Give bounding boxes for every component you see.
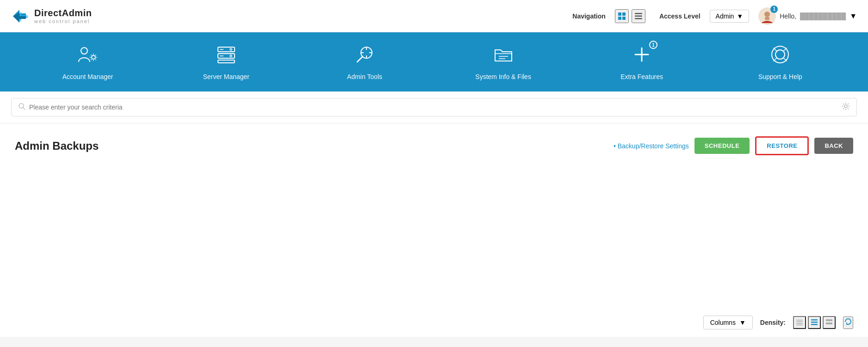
refresh-button[interactable] xyxy=(843,317,853,329)
bottom-toolbar: Columns ▼ Density: xyxy=(0,308,868,337)
lifebuoy-icon xyxy=(769,43,791,66)
logo-subtitle: web control panel xyxy=(34,18,92,24)
blue-nav-bar: Account Manager Server Manager xyxy=(0,32,868,91)
svg-rect-46 xyxy=(811,322,818,323)
navigation-label: Navigation xyxy=(572,12,606,20)
hello-label: Hello, xyxy=(780,12,796,20)
search-bar xyxy=(11,98,857,116)
folder-icon xyxy=(492,43,515,66)
list-icon xyxy=(634,12,643,21)
svg-point-14 xyxy=(92,55,95,59)
extra-features-badge: 1 xyxy=(649,41,657,49)
navigation-view-toggles xyxy=(615,9,645,23)
section-actions: Backup/Restore Settings SCHEDULE RESTORE… xyxy=(614,136,853,155)
nav-item-system-info[interactable]: System Info & Files xyxy=(475,43,531,80)
notification-badge: 1 xyxy=(770,6,778,13)
columns-dropdown[interactable]: Columns ▼ xyxy=(703,316,753,329)
user-chevron-icon: ▼ xyxy=(849,12,857,20)
extra-features-label: Extra Features xyxy=(620,73,663,80)
server-icon xyxy=(215,43,237,66)
access-level-value: Admin xyxy=(716,12,734,20)
nav-item-extra-features[interactable]: 1 Extra Features xyxy=(614,43,670,80)
system-info-label: System Info & Files xyxy=(475,73,531,80)
back-button[interactable]: BACK xyxy=(814,138,853,154)
columns-chevron-icon: ▼ xyxy=(739,319,746,326)
logo-text: DirectAdmin web control panel xyxy=(34,8,92,24)
svg-rect-8 xyxy=(635,15,642,17)
svg-rect-3 xyxy=(618,12,621,16)
svg-rect-48 xyxy=(826,319,832,321)
user-menu[interactable]: 1 Hello, ██████████ ▼ xyxy=(758,7,857,25)
access-level-label: Access Level xyxy=(659,12,701,20)
grid-view-button[interactable] xyxy=(615,9,629,23)
svg-point-11 xyxy=(764,12,770,17)
svg-rect-9 xyxy=(635,18,642,19)
search-bar-section xyxy=(0,91,868,123)
nav-item-server-manager[interactable]: Server Manager xyxy=(198,43,254,80)
search-icon xyxy=(18,103,25,112)
density-toggles xyxy=(793,316,836,329)
tools-icon xyxy=(353,43,376,66)
server-manager-icon-wrap xyxy=(215,43,237,67)
search-input[interactable] xyxy=(29,103,842,111)
svg-point-33 xyxy=(775,50,785,59)
svg-rect-12 xyxy=(765,17,769,20)
svg-rect-17 xyxy=(218,60,235,63)
header-right: Navigation Access Level Admin ▼ xyxy=(572,7,857,25)
server-manager-label: Server Manager xyxy=(203,73,249,80)
support-help-label: Support & Help xyxy=(758,73,802,80)
svg-line-39 xyxy=(23,108,25,110)
main-content: Admin Backups Backup/Restore Settings SC… xyxy=(0,123,868,308)
columns-label: Columns xyxy=(710,319,736,326)
nav-item-account-manager[interactable]: Account Manager xyxy=(60,43,116,80)
svg-point-40 xyxy=(844,105,847,108)
svg-rect-42 xyxy=(796,322,803,323)
username-display: ██████████ xyxy=(800,12,846,20)
svg-rect-43 xyxy=(796,323,803,324)
admin-tools-label: Admin Tools xyxy=(347,73,382,80)
svg-rect-41 xyxy=(796,320,803,321)
nav-item-admin-tools[interactable]: Admin Tools xyxy=(337,43,392,80)
density-comfortable-button[interactable] xyxy=(823,316,836,329)
directadmin-logo-icon xyxy=(11,7,30,25)
density-normal-button[interactable] xyxy=(808,316,821,329)
svg-rect-44 xyxy=(796,325,803,326)
svg-point-21 xyxy=(230,55,232,57)
search-settings-icon[interactable] xyxy=(842,102,850,112)
svg-rect-49 xyxy=(826,323,832,324)
density-label: Density: xyxy=(760,319,786,326)
account-manager-label: Account Manager xyxy=(62,73,113,80)
backup-restore-settings-link[interactable]: Backup/Restore Settings xyxy=(614,142,689,150)
account-manager-icon-wrap xyxy=(77,43,99,67)
svg-point-20 xyxy=(230,49,232,50)
logo-area[interactable]: DirectAdmin web control panel xyxy=(11,7,92,25)
svg-rect-47 xyxy=(811,324,818,325)
logo-title: DirectAdmin xyxy=(34,8,92,18)
svg-rect-5 xyxy=(618,17,621,20)
avatar-wrap: 1 xyxy=(758,7,776,25)
svg-rect-45 xyxy=(811,319,818,321)
svg-rect-7 xyxy=(635,13,642,14)
section-header: Admin Backups Backup/Restore Settings SC… xyxy=(15,136,853,155)
section-title: Admin Backups xyxy=(15,140,99,152)
extra-features-icon-wrap: 1 xyxy=(631,43,653,67)
grid-icon xyxy=(617,12,626,21)
users-gear-icon xyxy=(77,43,99,66)
header: DirectAdmin web control panel Navigation… xyxy=(0,0,868,32)
svg-rect-4 xyxy=(622,12,626,16)
system-info-icon-wrap xyxy=(492,43,515,67)
nav-item-support-help[interactable]: Support & Help xyxy=(752,43,808,80)
list-view-button[interactable] xyxy=(632,9,645,23)
admin-tools-icon-wrap xyxy=(353,43,376,67)
density-compact-button[interactable] xyxy=(793,316,806,329)
access-level-dropdown[interactable]: Admin ▼ xyxy=(710,10,750,23)
schedule-button[interactable]: SCHEDULE xyxy=(694,138,750,154)
chevron-down-icon: ▼ xyxy=(737,12,743,20)
svg-rect-6 xyxy=(622,17,626,20)
restore-button[interactable]: RESTORE xyxy=(755,136,809,155)
svg-point-13 xyxy=(81,48,87,54)
support-help-icon-wrap xyxy=(769,43,791,67)
